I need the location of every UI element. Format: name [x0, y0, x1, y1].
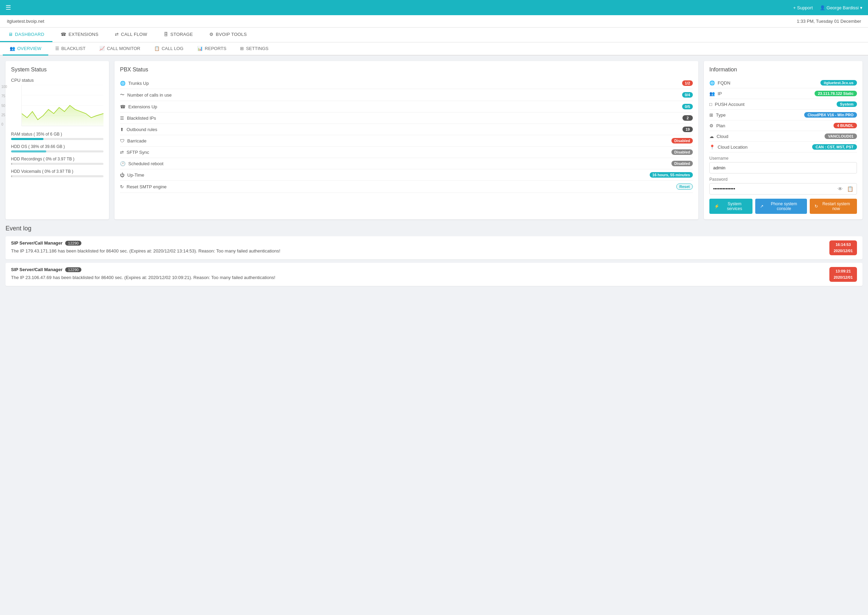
- pbx-row-reboot: 🕐 Scheduled reboot Disabled: [120, 158, 693, 169]
- subtab-blacklist[interactable]: ☰ BLACKLIST: [48, 42, 92, 56]
- smtp-badge[interactable]: Reset: [676, 184, 693, 190]
- hdd-rec-label: HDD Recordings ( 0% of 3.97 TB ): [11, 157, 103, 161]
- pbx-status-title: PBX Status: [120, 67, 693, 73]
- overview-icon: 👥: [10, 46, 15, 51]
- copy-password-button[interactable]: 📋: [846, 185, 854, 193]
- plan-label: Plan: [716, 123, 725, 128]
- barricade-label: Barricade: [127, 138, 146, 144]
- top-navbar: ☰ + Support 👤 George Bardissi ▾: [0, 0, 868, 15]
- username-group: Username: [709, 156, 857, 173]
- event-time-2-date: 2020/12/01: [834, 275, 852, 281]
- tab-callflow[interactable]: ⇄ CALL FLOW: [107, 28, 155, 42]
- show-password-button[interactable]: 👁: [837, 185, 843, 193]
- sftp-badge: Disabled: [672, 149, 693, 155]
- pbx-row-sftp: ⇄ SFTP Sync Disabled: [120, 147, 693, 158]
- subtab-settings[interactable]: ⊞ SETTINGS: [233, 42, 275, 56]
- pbx-row-smtp: ↻ Reset SMTP engine Reset: [120, 181, 693, 193]
- hdd-os-label: HDD OS ( 38% of 39.66 GB ): [11, 144, 103, 149]
- ram-stat: RAM status ( 35% of 6 GB ): [11, 132, 103, 140]
- blacklist-pbx-label: Blacklisted IPs: [127, 116, 156, 121]
- event-time-2: 13:09:21 2020/12/01: [829, 267, 857, 282]
- pbx-row-outbound: ⬆ Outbound rules 19: [120, 124, 693, 135]
- hdd-vm-progress-fill: [11, 175, 12, 177]
- ext-badge: 0/5: [682, 104, 693, 109]
- plan-value: 4 BUNDL: [834, 123, 857, 128]
- restart-label: Restart system now: [820, 201, 852, 211]
- datetime: 1:33 PM, Tuesday 01 December: [797, 19, 861, 24]
- nav-right: + Support 👤 George Bardissi ▾: [793, 5, 862, 10]
- cpu-status-label: CPU status: [11, 78, 103, 83]
- pbx-row-uptime: ⏻ Up-Time 16 hours, 55 minutes: [120, 169, 693, 181]
- tab-dashboard[interactable]: 🖥 DASHBOARD: [0, 28, 52, 42]
- hdd-rec-progress-bar: [11, 163, 103, 165]
- pbx-status-card: PBX Status 🌐 Trunks Up 1/2 〜 Number of c…: [114, 61, 698, 219]
- tab-storage[interactable]: 🗄 STORAGE: [156, 28, 201, 42]
- tab-extensions[interactable]: ☎ EXTENSIONS: [52, 28, 107, 42]
- subtab-calllog[interactable]: 📋 CALL LOG: [147, 42, 190, 56]
- globe-icon: 🌐: [120, 81, 126, 86]
- event-item-2: SIP Server/Call Manager 12290 The IP 23.…: [6, 263, 862, 286]
- event-item-1: SIP Server/Call Manager 12290 The IP 179…: [6, 236, 862, 259]
- event-id-1: 12290: [65, 241, 81, 246]
- calls-label: Number of calls in use: [127, 92, 172, 98]
- system-status-card: System Status CPU status 100 75 50 25 0: [6, 61, 109, 219]
- event-log-section: Event log SIP Server/Call Manager 12290 …: [0, 225, 868, 295]
- support-link[interactable]: + Support: [793, 5, 813, 10]
- hdd-os-progress-bar: [11, 150, 103, 153]
- calls-badge: 0/4: [682, 92, 693, 98]
- barricade-icon: 🛡: [120, 138, 125, 144]
- smtp-label: Reset SMTP engine: [126, 184, 167, 189]
- information-title: Information: [709, 67, 857, 73]
- type-value: CloudPBX V16 - Win PRO: [804, 112, 857, 118]
- outbound-badge: 19: [683, 126, 693, 132]
- tools-icon: ⚙: [209, 32, 213, 37]
- hdd-vm-stat: HDD Voicemails ( 0% of 3.97 TB ): [11, 169, 103, 177]
- username-label: Username: [709, 156, 857, 161]
- trunks-label: Trunks Up: [128, 81, 149, 86]
- password-input[interactable]: [709, 183, 857, 195]
- username-input[interactable]: [709, 162, 857, 173]
- reports-icon: 📊: [197, 46, 203, 51]
- callflow-icon: ⇄: [115, 32, 118, 37]
- hdd-rec-progress-fill: [11, 163, 12, 165]
- hamburger-menu[interactable]: ☰: [6, 4, 11, 11]
- pbx-row-trunks: 🌐 Trunks Up 1/2: [120, 78, 693, 89]
- content-area: System Status CPU status 100 75 50 25 0: [0, 56, 868, 225]
- main-tabs: 🖥 DASHBOARD ☎ EXTENSIONS ⇄ CALL FLOW 🗄 S…: [0, 28, 868, 42]
- cloud-icon: ☁: [709, 134, 714, 139]
- hdd-vm-progress-bar: [11, 175, 103, 177]
- info-row-ip: 👥 IP 23.111.78.122 Static: [709, 88, 857, 99]
- tab-bvoiptools[interactable]: ⚙ BVOIP TOOLS: [201, 28, 255, 42]
- info-row-location: 📍 Cloud Location CAN : CST, MST, PST: [709, 142, 857, 153]
- hdd-vm-label: HDD Voicemails ( 0% of 3.97 TB ): [11, 169, 103, 174]
- event-id-2: 12290: [65, 267, 81, 272]
- user-menu[interactable]: 👤 George Bardissi ▾: [820, 5, 862, 10]
- plan-icon: ⚙: [709, 123, 714, 128]
- hostname: itgluetest.bvoip.net: [7, 19, 44, 24]
- blacklist-icon: ☰: [55, 46, 59, 51]
- event-log-title: Event log: [6, 225, 862, 232]
- tab-bvoiptools-label: BVOIP TOOLS: [216, 32, 247, 37]
- pbx-row-blacklist: ☰ Blacklisted IPs 2: [120, 112, 693, 124]
- event-message-2: The IP 23.106.47.69 has been blacklisted…: [11, 274, 829, 281]
- barricade-badge: Disabled: [672, 138, 693, 144]
- sftp-icon: ⇄: [120, 150, 124, 155]
- subtab-overview[interactable]: 👥 OVERVIEW: [3, 42, 48, 56]
- phone-console-button[interactable]: ↗ Phone system console: [755, 199, 807, 214]
- subtab-reports[interactable]: 📊 REPORTS: [190, 42, 234, 56]
- chevron-down-icon: ▾: [860, 5, 862, 10]
- restart-icon: ↻: [815, 204, 818, 209]
- ext-icon: ☎: [120, 104, 126, 109]
- uptime-label: Up-Time: [127, 172, 144, 178]
- system-services-button[interactable]: ⚡ System services: [709, 199, 753, 214]
- fqdn-value: itgluetest.3cx.us: [820, 80, 857, 86]
- sub-tabs: 👥 OVERVIEW ☰ BLACKLIST 📈 CALL MONITOR 📋 …: [0, 42, 868, 56]
- information-card: Information 🌐 FQDN itgluetest.3cx.us 👥 I…: [704, 61, 862, 219]
- event-message-1: The IP 179.43.171.186 has been blacklist…: [11, 248, 829, 254]
- action-buttons: ⚡ System services ↗ Phone system console…: [709, 199, 857, 214]
- ip-value: 23.111.78.122 Static: [815, 91, 857, 96]
- event-source-1: SIP Server/Call Manager: [11, 240, 62, 246]
- blacklist-pbx-icon: ☰: [120, 116, 124, 121]
- subtab-callmonitor[interactable]: 📈 CALL MONITOR: [92, 42, 147, 56]
- restart-button[interactable]: ↻ Restart system now: [810, 199, 857, 214]
